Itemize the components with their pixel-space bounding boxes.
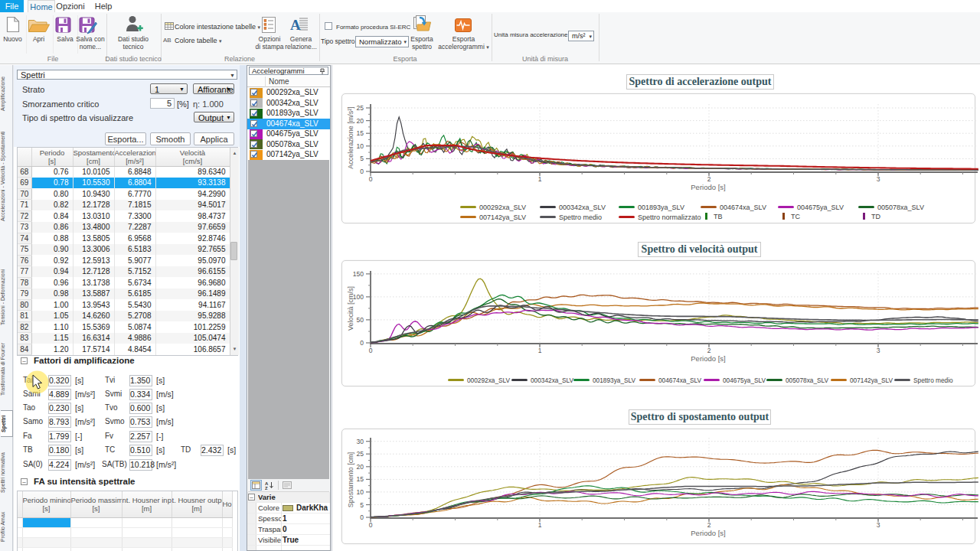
- svg-text:Z: Z: [265, 485, 268, 490]
- svg-text:A: A: [290, 17, 301, 33]
